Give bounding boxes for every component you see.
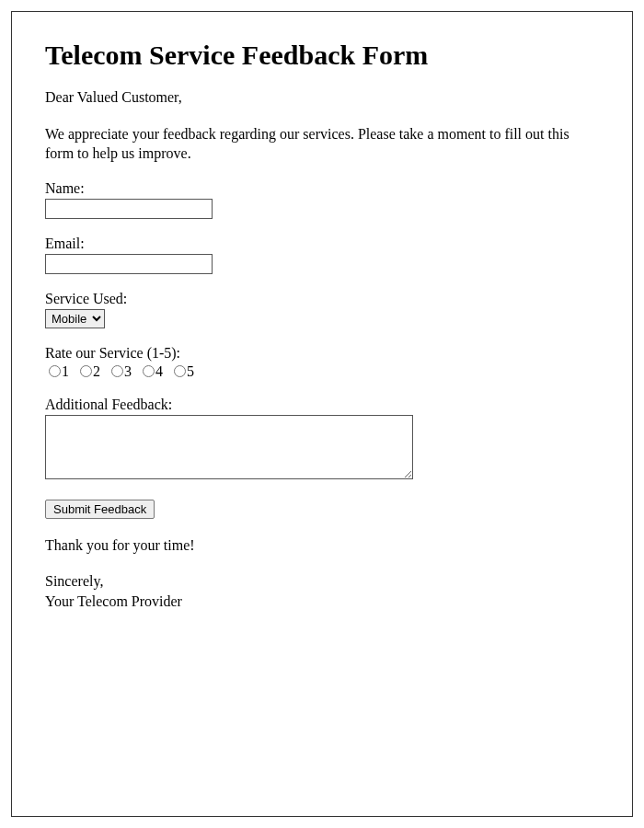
- rating-radio-1[interactable]: [49, 365, 61, 377]
- email-label: Email:: [45, 236, 599, 252]
- rating-radio-5[interactable]: [174, 365, 186, 377]
- rating-radio-4-label: 4: [155, 363, 163, 379]
- email-input[interactable]: [45, 254, 213, 274]
- service-label: Service Used:: [45, 291, 599, 307]
- rating-radio-5-label: 5: [187, 363, 194, 379]
- feedback-field-group: Additional Feedback:: [45, 397, 599, 483]
- rating-radio-4[interactable]: [143, 365, 155, 377]
- sign-off-line-2: Your Telecom Provider: [45, 592, 599, 612]
- name-field-group: Name:: [45, 180, 599, 219]
- rating-label: Rate our Service (1-5):: [45, 345, 599, 362]
- rating-radio-1-label: 1: [62, 363, 69, 379]
- name-label: Name:: [45, 180, 599, 197]
- submit-group: Submit Feedback: [45, 500, 599, 519]
- feedback-label: Additional Feedback:: [45, 397, 599, 413]
- thanks-text: Thank you for your time!: [45, 535, 599, 556]
- service-select[interactable]: Mobile: [45, 309, 105, 328]
- page-title: Telecom Service Feedback Form: [45, 40, 599, 71]
- name-input[interactable]: [45, 199, 213, 219]
- rating-radio-3-label: 3: [124, 363, 132, 379]
- closing-block: Sincerely, Your Telecom Provider: [45, 571, 599, 611]
- rating-options: 1 2 3 4 5: [45, 363, 599, 380]
- feedback-textarea[interactable]: [45, 415, 413, 479]
- form-page: Telecom Service Feedback Form Dear Value…: [11, 11, 633, 817]
- service-field-group: Service Used: Mobile: [45, 291, 599, 328]
- intro-text: We appreciate your feedback regarding ou…: [45, 124, 599, 164]
- submit-button[interactable]: Submit Feedback: [45, 500, 155, 519]
- rating-radio-3[interactable]: [111, 365, 123, 377]
- rating-radio-2-label: 2: [93, 363, 100, 379]
- rating-radio-2[interactable]: [80, 365, 92, 377]
- email-field-group: Email:: [45, 236, 599, 274]
- sign-off-line-1: Sincerely,: [45, 571, 599, 592]
- greeting-text: Dear Valued Customer,: [45, 87, 599, 108]
- rating-field-group: Rate our Service (1-5): 1 2 3 4 5: [45, 345, 599, 380]
